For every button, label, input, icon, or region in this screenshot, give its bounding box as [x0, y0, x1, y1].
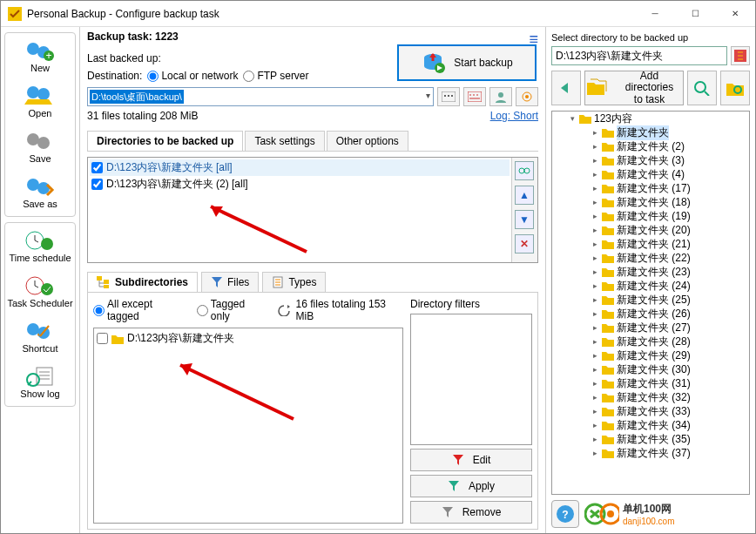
tree-node[interactable]: ▸新建文件夹 (19): [552, 209, 749, 223]
tree-node[interactable]: ▸新建文件夹 (29): [552, 348, 749, 362]
dropdown-icon[interactable]: ▾: [426, 91, 430, 100]
tree-node[interactable]: ▸新建文件夹 (25): [552, 293, 749, 307]
apply-button[interactable]: Apply: [410, 475, 532, 497]
start-backup-button[interactable]: Start backup: [397, 44, 537, 81]
save-button[interactable]: Save: [7, 129, 73, 166]
dest-opt4-button[interactable]: [516, 87, 538, 106]
tree-node[interactable]: ▸新建文件夹 (21): [552, 237, 749, 251]
tree-node[interactable]: ▸新建文件夹 (28): [552, 335, 749, 348]
add-directories-button[interactable]: Add directories to task: [584, 71, 684, 105]
tree-node[interactable]: ▸新建文件夹 (20): [552, 223, 749, 237]
svg-point-24: [498, 92, 503, 98]
directory-row[interactable]: D:\123内容\新建文件夹 [all]: [90, 159, 510, 176]
subdirectory-list[interactable]: D:\123内容\新建文件夹: [93, 328, 403, 524]
remove-dir-button[interactable]: ✕: [515, 234, 534, 253]
svg-point-1: [27, 43, 39, 55]
radio-local[interactable]: Local or network: [147, 70, 238, 82]
tab-subdirectories[interactable]: Subdirectories: [87, 272, 198, 292]
funnel-apply-icon: [448, 480, 460, 492]
show-log-button[interactable]: Show log: [7, 364, 73, 401]
tree-node[interactable]: ▸新建文件夹 (35): [552, 432, 749, 446]
remove-icon: ✕: [520, 238, 529, 250]
funnel-remove-icon: [442, 506, 454, 518]
tab-types[interactable]: Types: [262, 272, 326, 292]
tree-node[interactable]: ▸新建文件夹 (33): [552, 404, 749, 418]
search2-button[interactable]: [720, 71, 750, 105]
svg-point-40: [607, 510, 614, 517]
folder-icon: [602, 169, 614, 179]
history-button[interactable]: [731, 46, 750, 65]
folder-icon: [602, 294, 614, 305]
dest-opt1-button[interactable]: ⋯: [437, 87, 460, 106]
filter-list[interactable]: [410, 314, 532, 445]
tree-node[interactable]: ▸新建文件夹 (4): [552, 167, 749, 181]
tab-files[interactable]: Files: [201, 272, 259, 292]
directory-checkbox[interactable]: [91, 162, 103, 173]
tree-node[interactable]: ▸新建文件夹 (2): [552, 139, 749, 153]
new-button[interactable]: + New: [7, 38, 73, 75]
subdir-row[interactable]: D:\123内容\新建文件夹: [96, 330, 401, 347]
tree-node[interactable]: ▸新建文件夹 (34): [552, 418, 749, 432]
select-dir-label: Select directory to be backed up: [551, 32, 750, 43]
scheduler-icon: [24, 275, 56, 296]
tree-node[interactable]: ▸新建文件夹: [552, 125, 749, 139]
refresh-icon[interactable]: [277, 304, 291, 316]
dest-opt2-button[interactable]: [463, 87, 486, 106]
edit-button[interactable]: Edit: [410, 449, 532, 471]
shortcut-button[interactable]: Shortcut: [7, 319, 73, 355]
tree-node[interactable]: ▸新建文件夹 (30): [552, 362, 749, 376]
time-schedule-button[interactable]: Time schedule: [7, 228, 73, 265]
save-as-button[interactable]: Save as: [7, 174, 73, 211]
move-up-button[interactable]: ▲: [515, 186, 534, 205]
tree-node[interactable]: ▸新建文件夹 (24): [552, 279, 749, 293]
tree-node[interactable]: ▸新建文件夹 (18): [552, 195, 749, 209]
tree-node[interactable]: ▸新建文件夹 (3): [552, 153, 749, 167]
directory-list[interactable]: D:\123内容\新建文件夹 [all] D:\123内容\新建文件夹 (2) …: [88, 158, 511, 262]
tree-node[interactable]: ▸新建文件夹 (22): [552, 251, 749, 265]
tree-node[interactable]: ▸新建文件夹 (26): [552, 307, 749, 321]
radio-ftp[interactable]: FTP server: [243, 70, 308, 82]
tree-node[interactable]: ▸新建文件夹 (17): [552, 181, 749, 195]
right-path-input[interactable]: [551, 46, 727, 65]
move-down-button[interactable]: ▼: [515, 210, 534, 229]
tree-node[interactable]: ▸新建文件夹 (27): [552, 321, 749, 335]
back-button[interactable]: [551, 71, 581, 105]
remove-button[interactable]: Remove: [410, 501, 532, 524]
help-button[interactable]: ?: [551, 500, 579, 528]
close-button[interactable]: ✕: [715, 1, 755, 27]
search-button[interactable]: [687, 71, 717, 105]
tab-task-settings[interactable]: Task settings: [245, 131, 324, 151]
radio-tagged-only[interactable]: Tagged only: [197, 298, 265, 322]
window-title: Personal Backup - Configure backup task: [27, 8, 635, 20]
tree-node[interactable]: ▸新建文件夹 (23): [552, 265, 749, 279]
folder-icon: [602, 141, 614, 152]
last-backed-up-label: Last backed up:: [87, 52, 161, 64]
tree-node[interactable]: ▸新建文件夹 (32): [552, 390, 749, 404]
tree-node[interactable]: ▸新建文件夹 (31): [552, 376, 749, 390]
tree-node[interactable]: ▾123内容: [552, 112, 749, 125]
directory-row[interactable]: D:\123内容\新建文件夹 (2) [all]: [90, 176, 510, 193]
funnel-edit-icon: [452, 454, 464, 466]
directory-list-box: D:\123内容\新建文件夹 [all] D:\123内容\新建文件夹 (2) …: [87, 157, 538, 263]
open-button[interactable]: Open: [7, 84, 73, 120]
tab-directories[interactable]: Directories to be backed up: [87, 131, 243, 151]
radio-all-except[interactable]: All except tagged: [93, 298, 185, 322]
subdir-checkbox[interactable]: [97, 333, 108, 344]
center-pane: Backup task: 1223 ≡ Last backed up: Star…: [79, 27, 546, 533]
task-scheduler-button[interactable]: Task Scheduler: [7, 274, 73, 310]
directory-checkbox[interactable]: [91, 179, 103, 190]
dest-opt3-button[interactable]: [489, 87, 512, 106]
tree-icon: [97, 276, 111, 288]
tab-other-options[interactable]: Other options: [327, 131, 408, 151]
folder-icon: [602, 350, 614, 361]
tree-node[interactable]: ▸新建文件夹 (37): [552, 446, 749, 460]
task-scheduler-label: Task Scheduler: [7, 298, 72, 308]
folder-tree[interactable]: ▾123内容▸新建文件夹▸新建文件夹 (2)▸新建文件夹 (3)▸新建文件夹 (…: [551, 111, 750, 495]
add-folders-icon: [585, 78, 609, 98]
keyboard-icon: [468, 91, 482, 102]
minimize-button[interactable]: ─: [635, 1, 675, 27]
titlebar: Personal Backup - Configure backup task …: [1, 1, 755, 27]
maximize-button[interactable]: ☐: [675, 1, 715, 27]
log-link[interactable]: Log: Short: [490, 110, 538, 122]
locate-button[interactable]: [515, 161, 534, 180]
